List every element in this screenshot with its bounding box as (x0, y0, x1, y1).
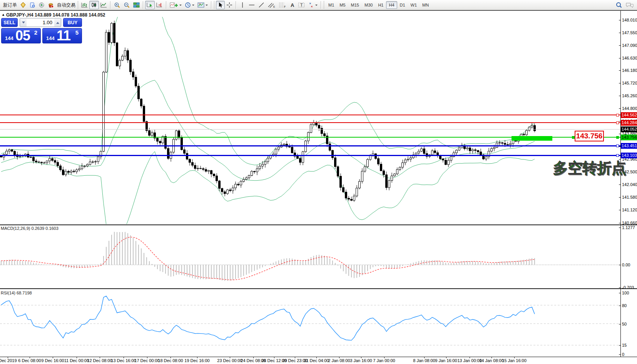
volume-decrease-button[interactable] (20, 18, 27, 27)
chart-bars-icon[interactable] (80, 1, 89, 9)
arrows-icon[interactable] (306, 1, 319, 9)
horizontal-line-icon[interactable] (247, 1, 257, 9)
timeframe-w1[interactable]: W1 (408, 1, 420, 9)
time-tick (253, 357, 254, 358)
text-label-icon[interactable]: T (296, 1, 306, 9)
timeframe-mn[interactable]: MN (420, 1, 431, 9)
timeframe-d1[interactable]: D1 (397, 1, 408, 9)
time-tick (470, 357, 470, 358)
buy-pips: 11 (57, 28, 70, 44)
trendline-icon[interactable] (257, 1, 266, 9)
price-tick-label: 141.120 (622, 207, 637, 213)
time-tick (361, 357, 361, 358)
sell-big-figure: 144 (5, 35, 13, 41)
chart-canvas[interactable] (0, 11, 620, 224)
rsi-scale-label: 80 (622, 303, 627, 308)
time-tick (100, 357, 100, 358)
pane-divider[interactable] (0, 224, 637, 225)
time-axis-line (0, 357, 637, 357)
dropdown-arrow-icon (315, 5, 318, 7)
autoscroll-icon[interactable] (145, 1, 155, 9)
fibonacci-icon[interactable]: F (277, 1, 288, 9)
cursor-icon[interactable] (216, 1, 225, 9)
pane-divider[interactable] (0, 288, 637, 289)
timeframe-h4[interactable]: H4 (386, 1, 397, 9)
time-tick (77, 357, 77, 358)
price-tag-143.451: 143.451 (621, 143, 637, 149)
volume-field[interactable]: 1.00 (27, 18, 54, 27)
support-highlight-bar[interactable] (512, 136, 552, 141)
sell-price-display[interactable]: 144 05 2 (1, 28, 41, 43)
indicators-icon[interactable] (168, 1, 183, 9)
price-tag-144.052: 144.052 (621, 126, 637, 132)
mt4-terminal: 新订单 自动交易 (0, 0, 637, 364)
price-tick (619, 33, 620, 33)
price-tick (619, 134, 620, 134)
macd-scale-label: 1.1277 (622, 225, 635, 230)
time-axis-label: 7 Jan 00:00 (373, 358, 395, 363)
price-tick-label: 144.800 (622, 106, 637, 111)
chinese-annotation[interactable]: 多空转折点 (553, 158, 626, 178)
price-tick-label: 145.720 (622, 80, 637, 86)
chat-icon[interactable] (624, 1, 635, 9)
line-anchor-square[interactable] (572, 136, 575, 139)
timeframe-group: M1M5M15M30H1H4D1W1MN (326, 1, 431, 9)
macd-scale-label: -0.703 (622, 285, 634, 290)
auto-trading-button[interactable]: 自动交易 (55, 1, 77, 9)
level-line-144.562[interactable] (0, 115, 620, 115)
autotrade-icon[interactable] (46, 1, 55, 9)
window-collapse-icon[interactable]: ▲ (2, 13, 5, 17)
price-tick (619, 70, 620, 71)
time-tick (171, 357, 171, 358)
dropdown-arrow-icon (192, 5, 194, 7)
navigator-icon[interactable] (37, 1, 46, 9)
tile-windows-icon[interactable] (132, 1, 141, 9)
zoom-out-icon[interactable] (122, 1, 132, 9)
timeframe-m15[interactable]: M15 (348, 1, 362, 9)
periods-icon[interactable] (183, 1, 196, 9)
rsi-scale-label: 0 (622, 352, 624, 357)
arrow-up-icon (56, 20, 59, 24)
price-tick (619, 45, 620, 46)
zoom-in-icon[interactable] (112, 1, 122, 9)
time-axis-label: 3 Jan 16:00 (350, 358, 372, 363)
price-tick (619, 96, 620, 96)
vertical-line-icon[interactable] (238, 1, 247, 9)
chart-line-icon[interactable] (99, 1, 109, 9)
macd-tick (619, 265, 620, 265)
chart-shift-icon[interactable] (155, 1, 164, 9)
level-line-144.052[interactable] (0, 129, 620, 130)
time-axis-label: 23 Dec 00:00 (217, 358, 242, 363)
price-tick (619, 121, 620, 121)
toolbar-separator (143, 1, 144, 9)
buy-price-display[interactable]: 144 11 5 (42, 28, 82, 43)
crosshair-icon[interactable] (225, 1, 234, 9)
level-line-143.103[interactable] (0, 155, 620, 156)
templates-icon[interactable] (196, 1, 209, 9)
price-callout-label[interactable]: 143.756 (575, 131, 604, 141)
macd-scale-label: 0.00 (622, 263, 630, 267)
level-line-143.451[interactable] (0, 145, 620, 146)
price-tick (619, 146, 620, 147)
timeframe-m30[interactable]: M30 (362, 1, 375, 9)
text-icon[interactable]: A (288, 1, 296, 9)
buy-button[interactable]: BUY (63, 18, 82, 27)
rsi-tick (619, 293, 620, 293)
timeframe-h1[interactable]: H1 (375, 1, 386, 9)
chart-candles-icon[interactable] (89, 1, 99, 9)
price-tag-144.562: 144.562 (621, 112, 637, 118)
timeframe-m1[interactable]: M1 (326, 1, 337, 9)
market-watch-icon[interactable] (18, 1, 28, 9)
volume-increase-button[interactable] (54, 18, 61, 27)
timeframe-m5[interactable]: M5 (337, 1, 348, 9)
time-axis-label: 9 Dec 16:00 (41, 358, 64, 363)
sell-point: 2 (34, 29, 37, 36)
new-order-button[interactable]: 新订单 (2, 1, 18, 9)
sell-button[interactable]: SELL (1, 18, 18, 27)
equidistant-channel-icon[interactable]: E (266, 1, 277, 9)
line-end-marker (616, 154, 619, 157)
time-tick (147, 357, 147, 358)
search-icon[interactable] (614, 1, 624, 9)
data-window-icon[interactable] (28, 1, 37, 9)
level-line-144.284[interactable] (0, 122, 620, 123)
